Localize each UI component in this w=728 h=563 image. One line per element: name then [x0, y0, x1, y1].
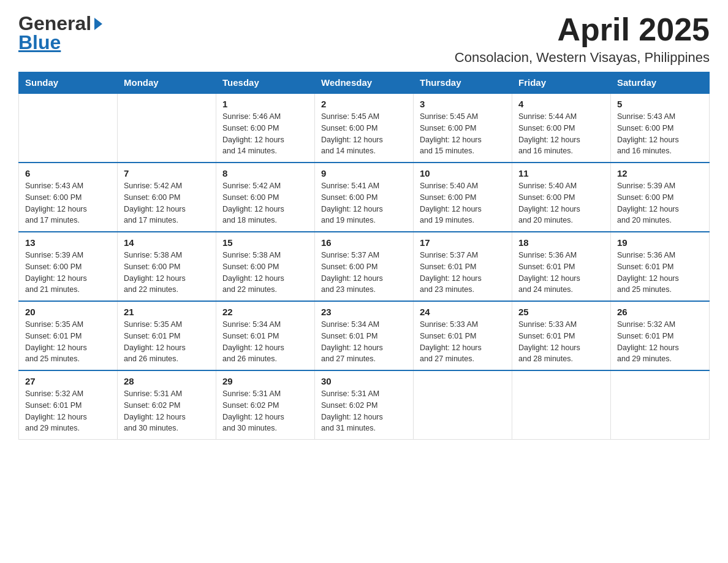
day-number: 20: [25, 307, 111, 317]
day-info: Sunrise: 5:45 AM Sunset: 6:00 PM Dayligh…: [321, 111, 407, 157]
calendar-cell: 11Sunrise: 5:40 AM Sunset: 6:00 PM Dayli…: [512, 163, 611, 232]
calendar-cell: 1Sunrise: 5:46 AM Sunset: 6:00 PM Daylig…: [216, 93, 315, 163]
day-number: 30: [321, 376, 407, 386]
day-number: 6: [25, 168, 111, 178]
day-info: Sunrise: 5:32 AM Sunset: 6:01 PM Dayligh…: [25, 388, 111, 434]
weekday-header-wednesday: Wednesday: [315, 72, 414, 94]
day-number: 19: [617, 237, 703, 248]
day-info: Sunrise: 5:32 AM Sunset: 6:01 PM Dayligh…: [617, 319, 703, 365]
day-number: 4: [518, 99, 604, 109]
day-number: 22: [222, 307, 308, 317]
day-number: 21: [124, 307, 210, 317]
calendar-cell: [118, 93, 216, 163]
day-number: 11: [518, 168, 604, 178]
day-info: Sunrise: 5:46 AM Sunset: 6:00 PM Dayligh…: [222, 111, 308, 157]
logo: General Blue: [18, 12, 102, 54]
day-info: Sunrise: 5:38 AM Sunset: 6:00 PM Dayligh…: [222, 250, 308, 296]
location-subtitle: Consolacion, Western Visayas, Philippine…: [455, 50, 710, 66]
day-info: Sunrise: 5:38 AM Sunset: 6:00 PM Dayligh…: [124, 250, 210, 296]
page-header: General Blue April 2025 Consolacion, Wes…: [18, 12, 710, 66]
calendar-cell: 6Sunrise: 5:43 AM Sunset: 6:00 PM Daylig…: [19, 163, 118, 232]
day-number: 24: [420, 307, 506, 317]
calendar-week-row: 27Sunrise: 5:32 AM Sunset: 6:01 PM Dayli…: [19, 370, 710, 440]
calendar-cell: [512, 370, 611, 440]
day-number: 18: [518, 237, 604, 248]
day-info: Sunrise: 5:37 AM Sunset: 6:01 PM Dayligh…: [420, 250, 506, 296]
logo-arrow-icon: [94, 18, 102, 30]
calendar-cell: 18Sunrise: 5:36 AM Sunset: 6:01 PM Dayli…: [512, 232, 611, 301]
calendar-cell: 29Sunrise: 5:31 AM Sunset: 6:02 PM Dayli…: [216, 370, 315, 440]
day-number: 12: [617, 168, 703, 178]
weekday-header-row: SundayMondayTuesdayWednesdayThursdayFrid…: [19, 72, 710, 94]
calendar-week-row: 6Sunrise: 5:43 AM Sunset: 6:00 PM Daylig…: [19, 163, 710, 232]
calendar-cell: 8Sunrise: 5:42 AM Sunset: 6:00 PM Daylig…: [216, 163, 315, 232]
day-info: Sunrise: 5:35 AM Sunset: 6:01 PM Dayligh…: [25, 319, 111, 365]
weekday-header-thursday: Thursday: [414, 72, 512, 94]
logo-icon-row1: [93, 18, 102, 30]
day-number: 14: [124, 237, 210, 248]
month-title: April 2025: [455, 12, 710, 47]
logo-icon-area: [93, 18, 102, 30]
day-number: 7: [124, 168, 210, 178]
title-area: April 2025 Consolacion, Western Visayas,…: [455, 12, 710, 66]
day-info: Sunrise: 5:33 AM Sunset: 6:01 PM Dayligh…: [518, 319, 604, 365]
day-info: Sunrise: 5:41 AM Sunset: 6:00 PM Dayligh…: [321, 180, 407, 226]
day-info: Sunrise: 5:43 AM Sunset: 6:00 PM Dayligh…: [25, 180, 111, 226]
day-number: 9: [321, 168, 407, 178]
day-info: Sunrise: 5:37 AM Sunset: 6:00 PM Dayligh…: [321, 250, 407, 296]
calendar-cell: 28Sunrise: 5:31 AM Sunset: 6:02 PM Dayli…: [118, 370, 216, 440]
logo-row2: Blue: [18, 31, 61, 54]
day-number: 5: [617, 99, 703, 109]
calendar-cell: 13Sunrise: 5:39 AM Sunset: 6:00 PM Dayli…: [19, 232, 118, 301]
weekday-header-tuesday: Tuesday: [216, 72, 315, 94]
calendar-cell: 9Sunrise: 5:41 AM Sunset: 6:00 PM Daylig…: [315, 163, 414, 232]
calendar-header: SundayMondayTuesdayWednesdayThursdayFrid…: [19, 72, 710, 94]
day-number: 23: [321, 307, 407, 317]
day-number: 17: [420, 237, 506, 248]
calendar-cell: 27Sunrise: 5:32 AM Sunset: 6:01 PM Dayli…: [19, 370, 118, 440]
day-info: Sunrise: 5:43 AM Sunset: 6:00 PM Dayligh…: [617, 111, 703, 157]
day-info: Sunrise: 5:44 AM Sunset: 6:00 PM Dayligh…: [518, 111, 604, 157]
calendar-cell: 21Sunrise: 5:35 AM Sunset: 6:01 PM Dayli…: [118, 301, 216, 370]
calendar-cell: 5Sunrise: 5:43 AM Sunset: 6:00 PM Daylig…: [611, 93, 710, 163]
day-number: 13: [25, 237, 111, 248]
calendar-cell: 15Sunrise: 5:38 AM Sunset: 6:00 PM Dayli…: [216, 232, 315, 301]
day-number: 25: [518, 307, 604, 317]
day-number: 29: [222, 376, 308, 386]
calendar-cell: 22Sunrise: 5:34 AM Sunset: 6:01 PM Dayli…: [216, 301, 315, 370]
calendar-cell: 24Sunrise: 5:33 AM Sunset: 6:01 PM Dayli…: [414, 301, 512, 370]
calendar-cell: 16Sunrise: 5:37 AM Sunset: 6:00 PM Dayli…: [315, 232, 414, 301]
calendar-cell: 17Sunrise: 5:37 AM Sunset: 6:01 PM Dayli…: [414, 232, 512, 301]
calendar-cell: 20Sunrise: 5:35 AM Sunset: 6:01 PM Dayli…: [19, 301, 118, 370]
day-number: 16: [321, 237, 407, 248]
calendar-cell: 25Sunrise: 5:33 AM Sunset: 6:01 PM Dayli…: [512, 301, 611, 370]
day-info: Sunrise: 5:31 AM Sunset: 6:02 PM Dayligh…: [124, 388, 210, 434]
calendar-week-row: 1Sunrise: 5:46 AM Sunset: 6:00 PM Daylig…: [19, 93, 710, 163]
calendar-week-row: 20Sunrise: 5:35 AM Sunset: 6:01 PM Dayli…: [19, 301, 710, 370]
day-info: Sunrise: 5:39 AM Sunset: 6:00 PM Dayligh…: [617, 180, 703, 226]
day-info: Sunrise: 5:31 AM Sunset: 6:02 PM Dayligh…: [222, 388, 308, 434]
day-number: 27: [25, 376, 111, 386]
day-number: 2: [321, 99, 407, 109]
calendar-cell: 12Sunrise: 5:39 AM Sunset: 6:00 PM Dayli…: [611, 163, 710, 232]
calendar-cell: 14Sunrise: 5:38 AM Sunset: 6:00 PM Dayli…: [118, 232, 216, 301]
day-info: Sunrise: 5:45 AM Sunset: 6:00 PM Dayligh…: [420, 111, 506, 157]
logo-blue-text: Blue: [18, 31, 61, 54]
day-number: 10: [420, 168, 506, 178]
day-number: 26: [617, 307, 703, 317]
day-info: Sunrise: 5:42 AM Sunset: 6:00 PM Dayligh…: [124, 180, 210, 226]
calendar-cell: 4Sunrise: 5:44 AM Sunset: 6:00 PM Daylig…: [512, 93, 611, 163]
day-info: Sunrise: 5:36 AM Sunset: 6:01 PM Dayligh…: [518, 250, 604, 296]
calendar-cell: 26Sunrise: 5:32 AM Sunset: 6:01 PM Dayli…: [611, 301, 710, 370]
calendar-cell: 10Sunrise: 5:40 AM Sunset: 6:00 PM Dayli…: [414, 163, 512, 232]
day-info: Sunrise: 5:34 AM Sunset: 6:01 PM Dayligh…: [222, 319, 308, 365]
day-number: 3: [420, 99, 506, 109]
day-info: Sunrise: 5:40 AM Sunset: 6:00 PM Dayligh…: [518, 180, 604, 226]
day-info: Sunrise: 5:42 AM Sunset: 6:00 PM Dayligh…: [222, 180, 308, 226]
day-info: Sunrise: 5:34 AM Sunset: 6:01 PM Dayligh…: [321, 319, 407, 365]
calendar-table: SundayMondayTuesdayWednesdayThursdayFrid…: [18, 72, 710, 440]
calendar-week-row: 13Sunrise: 5:39 AM Sunset: 6:00 PM Dayli…: [19, 232, 710, 301]
weekday-header-saturday: Saturday: [611, 72, 710, 94]
day-number: 15: [222, 237, 308, 248]
weekday-header-sunday: Sunday: [19, 72, 118, 94]
